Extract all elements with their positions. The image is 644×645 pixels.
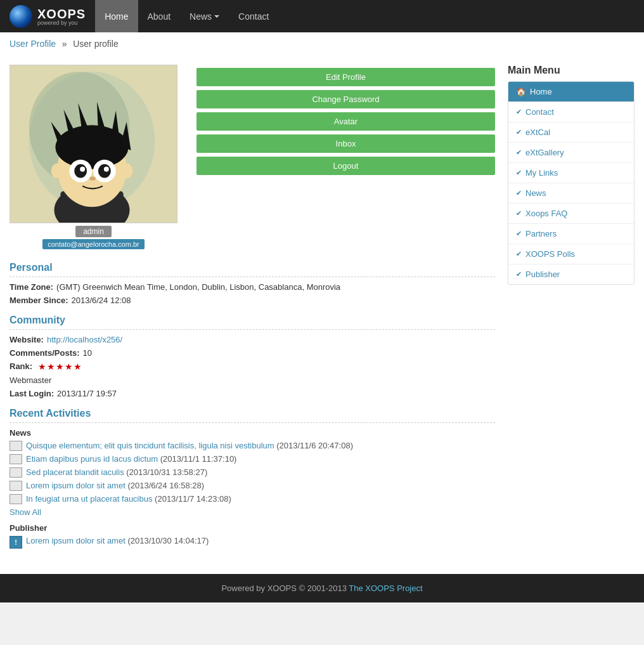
- breadcrumb: User Profile » User profile: [0, 32, 644, 55]
- sidebar-item-home[interactable]: 🏠 Home: [508, 82, 634, 102]
- list-item: ! Lorem ipsum dolor sit amet (2013/10/30…: [10, 536, 495, 549]
- brand-text: XOOPS powered by you: [37, 7, 86, 26]
- star-3: ★: [56, 362, 64, 372]
- last-login-field: Last Login: 2013/11/7 19:57: [10, 389, 495, 398]
- show-all-link[interactable]: Show All: [10, 507, 495, 517]
- news-item-2: Etiam dapibus purus id lacus dictum (201…: [26, 454, 236, 464]
- change-password-button[interactable]: Change Password: [196, 90, 495, 108]
- avatar-image: [10, 65, 177, 223]
- news-item-icon-4: [10, 481, 22, 491]
- sidebar: Main Menu 🏠 Home ✔ Contact ✔ eXtCal ✔ eX…: [508, 65, 634, 552]
- check-icon-publisher: ✔: [516, 270, 522, 278]
- star-2: ★: [47, 362, 55, 372]
- website-value: http://localhost/x256/: [47, 335, 122, 344]
- personal-section-title: Personal: [10, 262, 495, 273]
- svg-point-17: [74, 164, 87, 178]
- member-since-label: Member Since:: [10, 296, 68, 305]
- publisher-link-1[interactable]: Lorem ipsum dolor sit amet: [26, 536, 126, 545]
- star-1: ★: [38, 362, 46, 372]
- news-item-5: In feugiat urna ut placerat faucibus (20…: [26, 494, 231, 504]
- home-icon: 🏠: [516, 87, 526, 96]
- last-login-label: Last Login:: [10, 389, 54, 398]
- check-icon-xoopsfaq: ✔: [516, 209, 522, 218]
- sidebar-item-news[interactable]: ✔ News: [508, 183, 634, 204]
- sidebar-item-extcal-label: eXtCal: [525, 127, 550, 137]
- news-item-4: Lorem ipsum dolor sit amet (2013/6/24 16…: [26, 481, 204, 490]
- news-link-5[interactable]: In feugiat urna ut placerat faucibus: [26, 494, 152, 504]
- svg-point-20: [104, 167, 109, 172]
- list-item: Quisque elementum; elit quis tincidunt f…: [10, 441, 495, 451]
- edit-profile-button[interactable]: Edit Profile: [196, 68, 495, 86]
- sidebar-item-mylinks-label: My Links: [525, 168, 558, 178]
- sidebar-item-xoopsfaq[interactable]: ✔ Xoops FAQ: [508, 204, 634, 224]
- profile-top: admin contato@angelorocha.com.br Edit Pr…: [10, 65, 495, 249]
- sidebar-item-contact[interactable]: ✔ Contact: [508, 102, 634, 122]
- member-since-field: Member Since: 2013/6/24 12:08: [10, 296, 495, 305]
- news-item-icon-3: [10, 467, 22, 478]
- website-link[interactable]: http://localhost/x256/: [47, 335, 122, 344]
- check-icon-mylinks: ✔: [516, 169, 522, 177]
- list-item: In feugiat urna ut placerat faucibus (20…: [10, 494, 495, 504]
- sidebar-item-extgallery[interactable]: ✔ eXtGallery: [508, 143, 634, 163]
- news-item-1: Quisque elementum; elit quis tincidunt f…: [26, 441, 353, 450]
- svg-point-22: [51, 164, 64, 179]
- nav-home[interactable]: Home: [95, 0, 138, 32]
- rank-stars: ★ ★ ★ ★ ★: [38, 362, 82, 372]
- list-item: Lorem ipsum dolor sit amet (2013/6/24 16…: [10, 481, 495, 491]
- footer-text: Powered by XOOPS © 2001-2013: [221, 583, 346, 593]
- sidebar-item-partners-label: Partners: [525, 229, 557, 238]
- breadcrumb-current: User profile: [73, 39, 119, 49]
- news-date-1: (2013/11/6 20:47:08): [276, 441, 353, 450]
- community-section-title: Community: [10, 315, 495, 326]
- avatar-button[interactable]: Avatar: [196, 112, 495, 131]
- publisher-icon: !: [10, 536, 22, 549]
- sidebar-item-xoopspolls[interactable]: ✔ XOOPS Polls: [508, 244, 634, 264]
- comments-label: Comments/Posts:: [10, 348, 80, 358]
- brand-logo[interactable]: XOOPS powered by you: [0, 5, 95, 28]
- inbox-button[interactable]: Inbox: [196, 134, 495, 153]
- personal-divider: [10, 277, 495, 277]
- nav-news[interactable]: News: [180, 0, 229, 32]
- news-caret-icon: [214, 15, 219, 18]
- news-link-2[interactable]: Etiam dapibus purus id lacus dictum: [26, 454, 158, 464]
- sidebar-menu: 🏠 Home ✔ Contact ✔ eXtCal ✔ eXtGallery ✔: [508, 81, 634, 285]
- footer-link[interactable]: The XOOPS Project: [349, 583, 422, 593]
- list-item: Etiam dapibus purus id lacus dictum (201…: [10, 454, 495, 464]
- brand-name: XOOPS: [37, 7, 86, 21]
- sidebar-item-news-label: News: [525, 188, 546, 198]
- member-since-value: 2013/6/24 12:08: [71, 296, 131, 305]
- news-date-2: (2013/11/1 11:37:10): [160, 454, 237, 464]
- check-icon-news: ✔: [516, 189, 522, 197]
- activities-divider: [10, 422, 495, 423]
- breadcrumb-link[interactable]: User Profile: [10, 39, 56, 49]
- news-category: News: [10, 428, 495, 438]
- comments-value: 10: [83, 348, 92, 358]
- sidebar-item-extcal[interactable]: ✔ eXtCal: [508, 122, 634, 143]
- comments-field: Comments/Posts: 10: [10, 348, 495, 358]
- sidebar-item-extgallery-label: eXtGallery: [525, 148, 564, 157]
- check-icon-partners: ✔: [516, 230, 522, 238]
- news-item-icon-5: [10, 494, 22, 504]
- news-link-3[interactable]: Sed placerat blandit iaculis: [26, 467, 124, 477]
- nav-about[interactable]: About: [138, 0, 181, 32]
- news-item-icon-2: [10, 454, 22, 464]
- sidebar-item-partners[interactable]: ✔ Partners: [508, 224, 634, 244]
- sidebar-item-publisher[interactable]: ✔ Publisher: [508, 264, 634, 284]
- content-area: admin contato@angelorocha.com.br Edit Pr…: [0, 55, 644, 561]
- sidebar-item-mylinks[interactable]: ✔ My Links: [508, 163, 634, 183]
- sidebar-item-home-label: Home: [530, 87, 552, 96]
- news-item-icon-1: [10, 441, 22, 451]
- timezone-value: (GMT) Greenwich Mean Time, London, Dubli…: [56, 282, 340, 292]
- sidebar-item-contact-label: Contact: [525, 107, 554, 117]
- news-link-4[interactable]: Lorem ipsum dolor sit amet: [26, 481, 126, 490]
- svg-point-18: [98, 164, 111, 178]
- rank-title: Webmaster: [10, 375, 495, 385]
- check-icon-xoopspolls: ✔: [516, 250, 522, 258]
- nav-contact[interactable]: Contact: [229, 0, 278, 32]
- username-badge: admin: [75, 226, 112, 237]
- news-link-1[interactable]: Quisque elementum; elit quis tincidunt f…: [26, 441, 274, 450]
- email-badge: contato@angelorocha.com.br: [42, 239, 144, 249]
- avatar-svg: [10, 65, 177, 223]
- logout-button[interactable]: Logout: [196, 157, 495, 175]
- timezone-label: Time Zone:: [10, 282, 53, 292]
